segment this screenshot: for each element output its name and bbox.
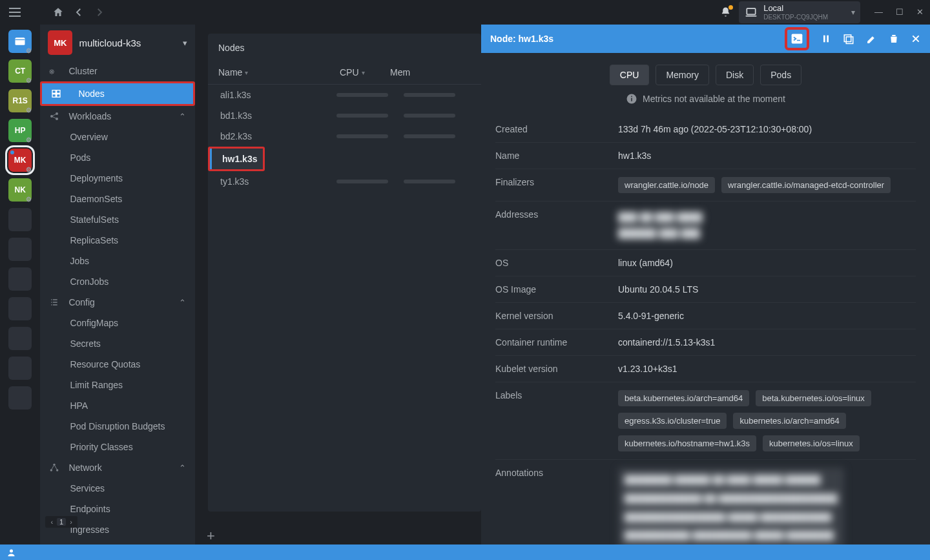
sidebar-item-daemonsets[interactable]: DaemonSets <box>40 189 195 209</box>
col-name[interactable]: Name▾ <box>218 67 335 78</box>
tab-disk[interactable]: Disk <box>716 65 754 85</box>
edit-icon[interactable] <box>866 34 877 45</box>
close-icon[interactable]: ✕ <box>916 7 924 17</box>
svg-point-9 <box>54 464 56 466</box>
sidebar-item-cronjobs[interactable]: CronJobs <box>40 271 195 292</box>
sidebar-section-workloads[interactable]: Workloads ⌃ <box>40 106 195 127</box>
dock-item-empty[interactable] <box>8 208 32 231</box>
sidebar-item-services[interactable]: Services <box>40 478 195 499</box>
field-name-label: Name <box>495 150 618 161</box>
pager-next[interactable]: › <box>67 518 75 526</box>
sidebar-item-deployments[interactable]: Deployments <box>40 168 195 189</box>
dock-item-r1s[interactable]: R1S⚙ <box>8 89 32 112</box>
pager-prev[interactable]: ‹ <box>48 518 56 526</box>
chip: beta.kubernetes.io/arch=amd64 <box>618 390 749 406</box>
table-row-selected[interactable]: hw1.k3s <box>210 149 263 169</box>
list-icon <box>49 297 61 307</box>
field-created-label: Created <box>495 124 618 134</box>
metrics-tabs: CPU Memory Disk Pods <box>495 65 916 85</box>
cordon-icon[interactable] <box>843 33 854 45</box>
cluster-switcher[interactable]: Local DESKTOP-CQ9JQHM ▾ <box>739 1 860 23</box>
dock-item-empty[interactable] <box>8 386 32 410</box>
sidebar-item-jobs[interactable]: Jobs <box>40 251 195 271</box>
field-addresses-label: Addresses <box>495 209 618 242</box>
sidebar-item-networkpolicies[interactable]: Network Policies <box>40 540 195 544</box>
tab-memory[interactable]: Memory <box>656 65 709 85</box>
sidebar-section-cluster[interactable]: ⎈ Cluster <box>40 61 195 81</box>
svg-point-20 <box>10 549 13 552</box>
notification-bell-icon[interactable] <box>720 6 731 17</box>
chevron-up-icon: ⌃ <box>179 298 186 307</box>
table-row[interactable]: ali1.k3s <box>208 85 481 105</box>
table-row[interactable]: bd2.k3s <box>208 126 481 147</box>
menu-icon[interactable] <box>6 4 23 21</box>
col-cpu[interactable]: CPU▾ <box>340 67 385 78</box>
detail-header: Node: hw1.k3s <box>481 25 930 53</box>
helm-icon: ⎈ <box>49 66 61 76</box>
svg-rect-18 <box>631 98 632 101</box>
sidebar-item-secrets[interactable]: Secrets <box>40 333 195 354</box>
forward-icon[interactable] <box>94 6 105 18</box>
dock-item-empty[interactable] <box>8 357 32 380</box>
field-osimage-value: Ubuntu 20.04.5 LTS <box>618 284 916 295</box>
dock-item-ct[interactable]: CT⚙ <box>8 59 32 83</box>
sidebar-item-overview[interactable]: Overview <box>40 127 195 147</box>
close-detail-icon[interactable] <box>911 34 921 44</box>
sort-icon: ▾ <box>245 69 248 76</box>
minimize-icon[interactable]: ― <box>874 7 883 17</box>
sidebar-section-network[interactable]: Network ⌃ <box>40 457 195 478</box>
cluster-switcher-name: Local <box>763 4 828 13</box>
sidebar-item-priorityclasses[interactable]: Priority Classes <box>40 437 195 457</box>
sidebar-nav: ⎈ Cluster Nodes Workloads ⌃ Overview <box>40 61 195 544</box>
mem-bar <box>404 93 455 97</box>
sidebar-item-hpa[interactable]: HPA <box>40 395 195 416</box>
chip: wrangler.cattle.io/managed-etcd-controll… <box>721 177 891 193</box>
drain-icon[interactable] <box>821 34 831 44</box>
svg-rect-16 <box>846 37 853 44</box>
tab-pods[interactable]: Pods <box>760 65 801 85</box>
home-icon[interactable] <box>52 6 64 18</box>
dock-item-nk[interactable]: NK⚙ <box>8 178 32 202</box>
delete-icon[interactable] <box>889 33 899 45</box>
sidebar-cluster-header[interactable]: MK multicloud-k3s ▾ <box>40 25 195 61</box>
chip: kubernetes.io/arch=amd64 <box>733 413 845 429</box>
cluster-dock: ⚙ CT⚙ R1S⚙ HP⚙ MK⚙ NK⚙ <box>0 25 40 544</box>
back-icon[interactable] <box>73 6 85 18</box>
table-row[interactable]: bd1.k3s <box>208 105 481 126</box>
field-os-label: OS <box>495 258 618 268</box>
cluster-title: multicloud-k3s <box>79 37 176 48</box>
sidebar-item-replicasets[interactable]: ReplicaSets <box>40 230 195 251</box>
maximize-icon[interactable]: ☐ <box>896 7 904 17</box>
sidebar-section-config[interactable]: Config ⌃ <box>40 292 195 313</box>
add-tab-icon[interactable]: + <box>207 528 215 544</box>
sidebar-item-statefulsets[interactable]: StatefulSets <box>40 209 195 230</box>
user-icon[interactable] <box>6 548 16 557</box>
sidebar-item-pods[interactable]: Pods <box>40 147 195 168</box>
nodes-icon <box>51 88 63 99</box>
gear-icon: ⚙ <box>26 47 35 56</box>
table-row[interactable]: ty1.k3s <box>208 171 481 192</box>
dock-item-empty[interactable] <box>8 297 32 320</box>
field-kubelet-value: v1.23.10+k3s1 <box>618 364 916 374</box>
dock-item-catalog[interactable]: ⚙ <box>8 30 32 53</box>
field-runtime-label: Container runtime <box>495 337 618 347</box>
sidebar-item-resourcequotas[interactable]: Resource Quotas <box>40 354 195 375</box>
pager-current[interactable]: 1 <box>57 518 66 526</box>
table-title: Nodes <box>208 34 481 67</box>
tab-cpu[interactable]: CPU <box>610 65 650 85</box>
sidebar-item-pdb[interactable]: Pod Disruption Budgets <box>40 416 195 437</box>
gear-icon: ⚙ <box>26 107 35 116</box>
shell-icon[interactable] <box>790 32 804 45</box>
dock-item-empty[interactable] <box>8 238 32 261</box>
field-created-value: 133d 7h 46m ago (2022-05-23T12:10:30+08:… <box>618 124 916 134</box>
dock-item-hp[interactable]: HP⚙ <box>8 119 32 142</box>
dock-item-empty[interactable] <box>8 327 32 350</box>
dock-item-empty[interactable] <box>8 267 32 291</box>
status-bar <box>0 544 930 560</box>
sidebar-item-nodes[interactable]: Nodes <box>42 83 193 104</box>
sidebar-item-limitranges[interactable]: Limit Ranges <box>40 375 195 395</box>
svg-rect-1 <box>16 37 25 45</box>
dock-item-mk[interactable]: MK⚙ <box>8 149 32 172</box>
col-mem[interactable]: Mem <box>390 67 410 78</box>
sidebar-item-configmaps[interactable]: ConfigMaps <box>40 313 195 333</box>
